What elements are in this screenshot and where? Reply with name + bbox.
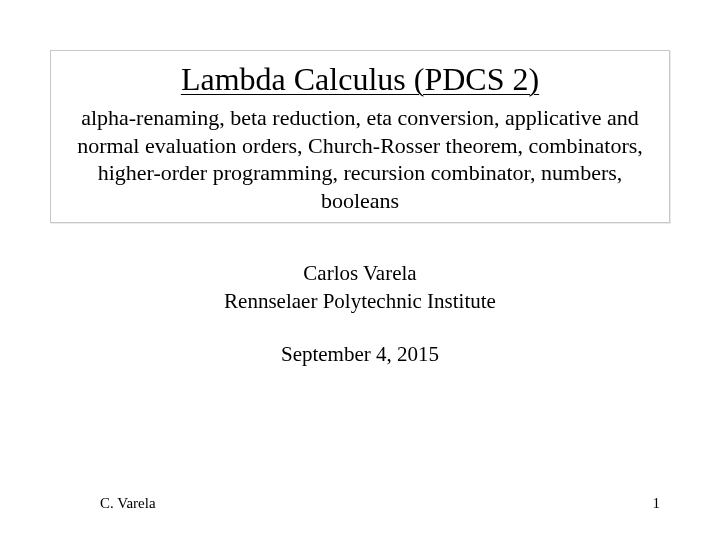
author-name: Carlos Varela [50,259,670,287]
slide-subtitle: alpha-renaming, beta reduction, eta conv… [69,104,651,214]
author-affiliation: Rennselaer Polytechnic Institute [50,287,670,315]
slide-content: Lambda Calculus (PDCS 2) alpha-renaming,… [0,0,720,540]
slide-footer: C. Varela 1 [0,495,720,512]
footer-left: C. Varela [100,495,156,512]
title-box: Lambda Calculus (PDCS 2) alpha-renaming,… [50,50,670,223]
date-line: September 4, 2015 [50,342,670,367]
author-block: Carlos Varela Rennselaer Polytechnic Ins… [50,259,670,316]
page-number: 1 [653,495,661,512]
slide-title: Lambda Calculus (PDCS 2) [69,61,651,98]
